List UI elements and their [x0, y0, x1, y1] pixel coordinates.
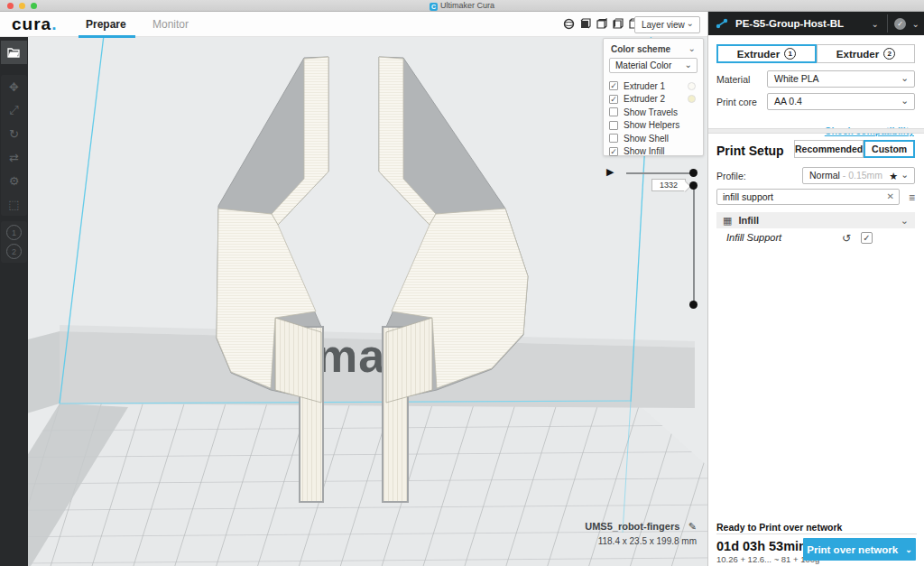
mirror-tool-button[interactable]: ⇄: [1, 145, 27, 169]
infill-section-header[interactable]: ▦ Infill ⌄: [716, 212, 915, 228]
extruder-2-tab[interactable]: Extruder 2: [817, 44, 915, 63]
chevron-down-icon: ⌄: [685, 58, 692, 71]
clear-search-icon[interactable]: ✕: [887, 191, 894, 201]
chevron-down-icon: ⌄: [901, 70, 909, 86]
checkbox[interactable]: [609, 134, 618, 143]
per-model-settings-icon: ⚙: [9, 174, 20, 188]
divider: [716, 534, 917, 534]
simulation-slider-handle[interactable]: [689, 169, 698, 177]
profile-dropdown[interactable]: Normal - 0.15mm ★ ⌄: [802, 167, 915, 184]
view-top-icon[interactable]: [596, 18, 607, 30]
model-dimensions: 118.4 x 23.5 x 199.8 mm: [585, 536, 697, 546]
chevron-down-icon: ⌄: [901, 93, 909, 108]
divider: [708, 128, 924, 134]
toggle-show-shell[interactable]: Show Shell: [609, 132, 698, 145]
model-name: UMS5_robot-fingers: [585, 521, 679, 532]
recommended-mode-button[interactable]: Recommended: [794, 140, 864, 158]
rotate-tool-button[interactable]: ↻: [1, 122, 27, 145]
tab-prepare[interactable]: Prepare: [86, 18, 126, 31]
open-file-button[interactable]: [1, 41, 27, 64]
printer-status-badge[interactable]: ✓: [894, 18, 906, 30]
window-title: CUltimaker Cura: [0, 1, 924, 11]
layer-number-badge: 1332: [651, 179, 686, 191]
chevron-down-icon: ⌄: [905, 545, 912, 554]
machine-selector[interactable]: PE-S5-Group-Host-BL ⌄ ✓ ⌄: [708, 12, 924, 35]
support-blocker-icon: ⬚: [8, 198, 19, 211]
simulation-slider-track[interactable]: [626, 172, 695, 174]
extruder-2-material-dot: [688, 95, 696, 103]
rename-pencil-icon[interactable]: ✎: [688, 521, 697, 532]
infill-icon: ▦: [723, 215, 732, 227]
checkbox[interactable]: ✓: [609, 81, 618, 90]
chevron-down-icon: ⌄: [901, 215, 909, 227]
view-front-icon[interactable]: [579, 18, 591, 30]
network-printer-icon: [716, 18, 728, 29]
model-info-label: UMS5_robot-fingers ✎ 118.4 x 23.5 x 199.…: [585, 517, 697, 546]
layer-slider-track[interactable]: [693, 186, 695, 305]
chevron-down-icon: ⌄: [687, 15, 694, 31]
layer-slider-bottom-handle[interactable]: [689, 301, 698, 309]
reset-setting-icon[interactable]: ↺: [842, 232, 851, 245]
checkbox[interactable]: [609, 121, 618, 130]
extruder-1-number-icon: 1: [784, 48, 796, 60]
ready-status: Ready to Print over network: [716, 522, 842, 533]
play-simulation-button[interactable]: ▶: [606, 166, 614, 178]
extruder-2-number-icon: 2: [883, 48, 895, 60]
print-over-network-button[interactable]: Print over network ⌄: [803, 538, 916, 561]
scale-tool-button[interactable]: ⤢: [1, 98, 27, 122]
move-icon: ✥: [9, 80, 19, 94]
window-titlebar: CUltimaker Cura: [0, 0, 924, 12]
checkbox[interactable]: ✓: [609, 147, 618, 156]
rotate-icon: ↻: [9, 127, 19, 141]
app-header: cura. Prepare Monitor Layer view ⌄: [0, 12, 707, 37]
toggle-show-travels[interactable]: Show Travels: [609, 106, 698, 119]
viewport-3d[interactable]: mak: [0, 0, 707, 566]
mirror-icon: ⇄: [9, 151, 19, 164]
color-scheme-dropdown[interactable]: Material Color ⌄: [609, 58, 698, 73]
infill-support-row: Infill Support ↺ ✓: [726, 232, 907, 246]
checkbox[interactable]: [609, 107, 618, 116]
view-mode-dropdown[interactable]: Layer view ⌄: [634, 16, 700, 33]
support-blocker-button[interactable]: ⬚: [1, 192, 27, 216]
custom-mode-button[interactable]: Custom: [864, 140, 915, 158]
view-left-icon[interactable]: [612, 18, 624, 30]
chevron-down-icon: ⌄: [901, 167, 909, 182]
move-tool-button[interactable]: ✥: [1, 75, 27, 98]
settings-sidebar: PE-S5-Group-Host-BL ⌄ ✓ ⌄ Extruder 1 Ext…: [707, 12, 924, 566]
view-3d-icon[interactable]: [563, 18, 575, 30]
infill-support-checkbox[interactable]: ✓: [861, 232, 873, 244]
material-label: Material: [716, 74, 750, 85]
extruder-1-material-dot: [688, 82, 696, 90]
star-icon[interactable]: ★: [889, 169, 898, 184]
checkbox[interactable]: ✓: [609, 95, 618, 104]
cura-app-icon: C: [430, 3, 438, 11]
scale-icon: ⤢: [9, 103, 18, 117]
setting-visibility-menu-icon[interactable]: ≡: [909, 191, 915, 204]
view-options-panel: Color scheme ⌄ Material Color ⌄ ✓ Extrud…: [603, 38, 704, 156]
printcore-dropdown[interactable]: AA 0.4 ⌄: [767, 93, 915, 110]
toggle-show-helpers[interactable]: Show Helpers: [609, 119, 698, 133]
select-extruder-1-button[interactable]: 1: [6, 225, 22, 240]
cura-logo: cura.: [12, 14, 57, 34]
chevron-down-icon[interactable]: ⌄: [912, 19, 919, 29]
toggle-extruder-1[interactable]: ✓ Extruder 1: [609, 79, 698, 93]
chevron-down-icon: ⌄: [872, 19, 879, 29]
left-toolbar: ✥ ⤢ ↻ ⇄ ⚙ ⬚ 1 2: [0, 37, 28, 566]
setting-search-input[interactable]: [723, 190, 881, 203]
open-folder-icon: [7, 47, 21, 59]
profile-label: Profile:: [716, 171, 746, 181]
layer-slider-top-handle[interactable]: [689, 181, 698, 190]
print-time-estimate: 01d 03h 53min: [716, 539, 807, 553]
color-scheme-header[interactable]: Color scheme ⌄: [604, 39, 703, 58]
select-extruder-2-button[interactable]: 2: [6, 244, 22, 259]
printcore-label: Print core: [716, 97, 757, 107]
extruder-1-tab[interactable]: Extruder 1: [716, 44, 817, 63]
per-model-settings-button[interactable]: ⚙: [1, 169, 27, 192]
material-dropdown[interactable]: White PLA ⌄: [767, 70, 915, 88]
print-setup-title: Print Setup: [716, 144, 784, 158]
toggle-extruder-2[interactable]: ✓ Extruder 2: [609, 93, 698, 107]
tab-monitor[interactable]: Monitor: [152, 18, 189, 31]
machine-name: PE-S5-Group-Host-BL: [735, 18, 844, 29]
setting-search-box[interactable]: ✕: [716, 189, 900, 205]
toggle-show-infill[interactable]: ✓ Show Infill: [609, 145, 698, 159]
